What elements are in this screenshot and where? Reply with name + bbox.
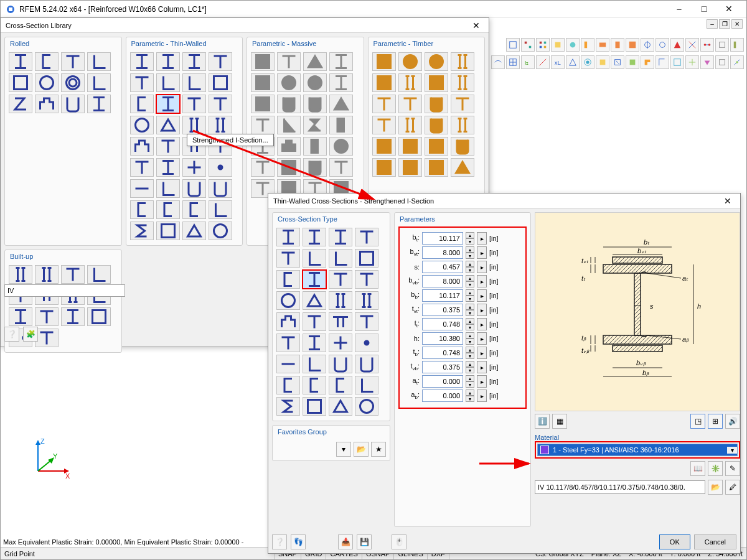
tool-icon[interactable]: xL	[551, 55, 565, 69]
strengthened-close-button[interactable]: ✕	[720, 195, 735, 207]
maximize-button[interactable]: □	[692, 1, 716, 17]
tool-icon[interactable]	[700, 38, 714, 52]
param-spinner[interactable]: ▲▼	[466, 332, 474, 345]
param-spinner[interactable]: ▲▼	[466, 232, 474, 245]
section-button[interactable]	[276, 291, 300, 310]
section-button[interactable]	[355, 334, 378, 352]
section-button[interactable]	[303, 228, 326, 246]
tool-icon[interactable]	[581, 38, 594, 52]
section-button[interactable]	[182, 73, 206, 92]
section-button[interactable]	[355, 312, 378, 331]
section-button[interactable]	[182, 222, 206, 240]
param-pick-button[interactable]: ▸	[477, 347, 487, 359]
section-button[interactable]	[303, 355, 326, 373]
param-pick-button[interactable]: ▸	[477, 361, 487, 373]
section-button[interactable]	[303, 52, 327, 71]
section-button[interactable]	[329, 228, 352, 246]
section-button[interactable]	[130, 116, 154, 134]
tool-icon[interactable]	[730, 55, 744, 69]
param-spinner[interactable]: ▲▼	[466, 361, 474, 373]
param-input[interactable]	[422, 332, 463, 345]
section-button[interactable]	[451, 137, 474, 156]
param-pick-button[interactable]: ▸	[477, 332, 487, 345]
section-button[interactable]	[303, 95, 327, 113]
section-button[interactable]	[35, 52, 59, 71]
section-button[interactable]	[303, 249, 326, 268]
section-button[interactable]	[451, 116, 474, 134]
section-button[interactable]	[156, 116, 180, 134]
section-button[interactable]	[156, 179, 180, 198]
section-button[interactable]	[425, 158, 448, 177]
param-pick-button[interactable]: ▸	[477, 390, 487, 402]
section-button[interactable]	[61, 95, 85, 113]
tool-icon[interactable]	[566, 38, 580, 52]
param-pick-button[interactable]: ▸	[477, 318, 487, 330]
section-button[interactable]	[9, 73, 32, 92]
section-button[interactable]	[9, 265, 32, 284]
param-pick-button[interactable]: ▸	[477, 289, 487, 302]
param-input[interactable]	[422, 261, 463, 273]
tool-icon[interactable]	[551, 38, 565, 52]
section-button[interactable]	[156, 73, 180, 92]
section-button[interactable]	[87, 95, 111, 113]
cancel-button[interactable]: Cancel	[694, 534, 736, 549]
tool-icon[interactable]	[536, 38, 550, 52]
section-button[interactable]	[329, 95, 353, 113]
info-icon[interactable]: ℹ️	[535, 414, 550, 429]
section-button[interactable]	[35, 73, 59, 92]
mdi-close-button[interactable]: ✕	[731, 19, 743, 29]
section-button[interactable]	[398, 158, 422, 177]
code-open-icon[interactable]: 📂	[708, 480, 723, 495]
section-button[interactable]	[329, 249, 352, 268]
section-button[interactable]	[425, 73, 448, 92]
section-button[interactable]	[130, 200, 154, 219]
material-edit-icon[interactable]: ✎	[725, 461, 740, 476]
section-button[interactable]	[209, 95, 232, 113]
param-input[interactable]	[422, 375, 463, 388]
param-pick-button[interactable]: ▸	[477, 304, 487, 316]
section-button[interactable]	[329, 312, 352, 331]
section-button[interactable]	[276, 228, 300, 246]
section-button[interactable]	[130, 222, 154, 240]
library-close-button[interactable]: ✕	[469, 19, 484, 32]
material-dropdown-button[interactable]: ▾	[727, 447, 737, 454]
section-button[interactable]	[329, 397, 352, 416]
tool-icon[interactable]	[626, 55, 639, 69]
tool-icon[interactable]	[536, 55, 550, 69]
tool-icon[interactable]	[566, 55, 580, 69]
section-button[interactable]	[276, 249, 300, 268]
section-button[interactable]	[451, 95, 474, 113]
section-button[interactable]	[329, 52, 353, 71]
tool-icon[interactable]	[700, 55, 714, 69]
section-button[interactable]	[425, 52, 448, 71]
section-button[interactable]	[398, 116, 422, 134]
param-input[interactable]	[422, 232, 463, 245]
section-button[interactable]	[355, 376, 378, 394]
section-button[interactable]	[251, 73, 275, 92]
section-button[interactable]	[182, 95, 206, 113]
favorites-open-icon[interactable]: 📂	[354, 442, 369, 457]
mdi-restore-button[interactable]: ❐	[719, 19, 730, 29]
section-button[interactable]	[130, 95, 154, 113]
section-button[interactable]	[303, 291, 326, 310]
param-input[interactable]	[422, 304, 463, 316]
section-button[interactable]	[425, 95, 448, 113]
view-audio-icon[interactable]: 🔊	[725, 414, 740, 429]
section-button[interactable]	[156, 95, 180, 113]
param-input[interactable]	[422, 361, 463, 373]
tool-icon[interactable]	[670, 55, 684, 69]
section-button[interactable]	[355, 397, 378, 416]
param-input[interactable]	[422, 275, 463, 287]
section-button[interactable]	[209, 52, 232, 71]
code-pick-icon[interactable]: 🖉	[725, 480, 740, 495]
param-spinner[interactable]: ▲▼	[466, 347, 474, 359]
tool-icon[interactable]	[581, 55, 594, 69]
param-input[interactable]	[422, 289, 463, 302]
tool-icon[interactable]	[611, 38, 624, 52]
section-button[interactable]	[451, 158, 474, 177]
section-button[interactable]	[277, 73, 301, 92]
param-spinner[interactable]: ▲▼	[466, 261, 474, 273]
view-3d-icon[interactable]: ◳	[690, 414, 705, 429]
param-input[interactable]	[422, 246, 463, 259]
section-button[interactable]	[156, 222, 180, 240]
